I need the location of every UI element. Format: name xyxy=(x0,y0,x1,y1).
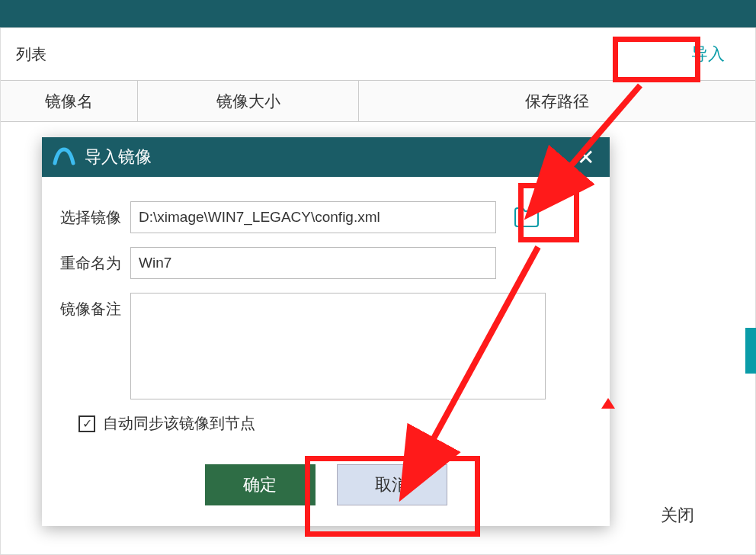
sync-checkbox[interactable]: ✓ xyxy=(78,415,95,432)
select-image-label: 选择镜像 xyxy=(60,201,130,233)
app-logo-icon xyxy=(51,144,77,170)
annotation-triangle xyxy=(601,398,615,409)
folder-icon xyxy=(514,207,540,228)
import-dialog: 导入镜像 ✕ 选择镜像 重命名为 镜像备注 ✓ 自动同步该镜像到节点 确定 取 xyxy=(42,137,610,526)
list-header: 列表 导入 xyxy=(1,28,755,80)
cancel-button[interactable]: 取消 xyxy=(337,464,447,505)
note-label: 镜像备注 xyxy=(60,293,130,325)
col-image-name: 镜像名 xyxy=(1,81,138,121)
browse-button[interactable] xyxy=(508,201,545,233)
note-textarea[interactable] xyxy=(130,293,546,399)
dialog-body: 选择镜像 重命名为 镜像备注 ✓ 自动同步该镜像到节点 确定 取消 xyxy=(42,177,610,521)
scroll-indicator[interactable] xyxy=(745,328,756,374)
col-save-path: 保存路径 xyxy=(359,81,755,121)
ok-button[interactable]: 确定 xyxy=(205,464,316,505)
rename-label: 重命名为 xyxy=(60,247,130,279)
dialog-titlebar: 导入镜像 ✕ xyxy=(42,137,610,177)
import-button[interactable]: 导入 xyxy=(676,37,740,72)
sync-checkbox-label: 自动同步该镜像到节点 xyxy=(103,413,255,434)
column-headers: 镜像名 镜像大小 保存路径 xyxy=(1,80,755,122)
image-path-input[interactable] xyxy=(130,201,496,233)
list-title: 列表 xyxy=(16,44,46,65)
title-bar xyxy=(0,0,756,27)
col-image-size: 镜像大小 xyxy=(138,81,359,121)
close-button[interactable]: 关闭 xyxy=(661,504,694,527)
dialog-title-text: 导入镜像 xyxy=(85,146,152,168)
dialog-close-button[interactable]: ✕ xyxy=(570,145,601,170)
rename-input[interactable] xyxy=(130,247,496,279)
